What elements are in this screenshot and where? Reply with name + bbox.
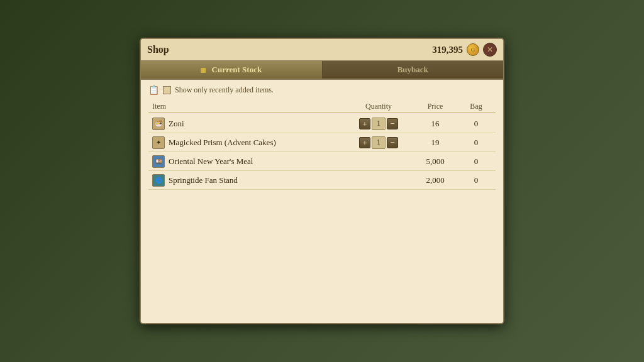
- currency-area: 319,395 G ✕: [432, 43, 497, 57]
- shop-window: Shop 319,395 G ✕ Current Stock Buyback 📋…: [140, 38, 504, 324]
- price-oriental-meal: 5,000: [410, 156, 460, 167]
- item-name-magicked-prism: Magicked Prism (Advent Cakes): [169, 138, 276, 148]
- filter-icon: 📋: [148, 85, 159, 96]
- item-icon-oriental-meal: 🍱: [152, 155, 165, 168]
- filter-label: Show only recently added items.: [175, 85, 274, 95]
- tabs-bar: Current Stock Buyback: [141, 61, 503, 80]
- filter-row: 📋 Show only recently added items.: [148, 85, 496, 96]
- item-icon-springtide-stand: 🌀: [152, 174, 165, 187]
- table-row[interactable]: 🍱 Oriental New Year's Meal 5,000 0: [148, 152, 496, 171]
- header-bag: Bag: [460, 102, 492, 111]
- coin-icon: G: [467, 43, 479, 56]
- bag-oriental-meal: 0: [460, 156, 492, 167]
- qty-plus-zoni[interactable]: +: [359, 118, 370, 129]
- item-springtide-stand: 🌀 Springtide Fan Stand: [152, 174, 347, 187]
- qty-cell-zoni: + 1 −: [347, 118, 410, 130]
- recently-added-checkbox[interactable]: [163, 86, 171, 94]
- qty-value-zoni: 1: [372, 118, 386, 130]
- item-name-oriental-meal: Oriental New Year's Meal: [169, 156, 253, 167]
- tab-current-stock[interactable]: Current Stock: [141, 61, 323, 79]
- qty-minus-zoni[interactable]: −: [387, 118, 398, 129]
- bag-magicked-prism: 0: [460, 138, 492, 148]
- shop-body: 📋 Show only recently added items. Item Q…: [141, 80, 503, 323]
- item-icon-magicked-prism: ✦: [152, 136, 165, 149]
- table-row[interactable]: 🍜 Zoni + 1 − 16 0: [148, 114, 496, 133]
- title-bar: Shop 319,395 G ✕: [141, 39, 503, 61]
- bag-springtide-stand: 0: [460, 175, 492, 185]
- shop-title: Shop: [147, 44, 169, 55]
- qty-cell-magicked-prism: + 1 −: [347, 136, 410, 149]
- price-springtide-stand: 2,000: [410, 175, 460, 185]
- header-quantity: Quantity: [347, 102, 410, 111]
- table-header: Item Quantity Price Bag: [148, 101, 496, 113]
- item-name-springtide-stand: Springtide Fan Stand: [169, 175, 238, 185]
- table-row[interactable]: 🌀 Springtide Fan Stand 2,000 0: [148, 171, 496, 190]
- item-icon-zoni: 🍜: [152, 118, 165, 130]
- qty-minus-magicked-prism[interactable]: −: [387, 137, 398, 148]
- header-price: Price: [410, 102, 460, 111]
- item-magicked-prism: ✦ Magicked Prism (Advent Cakes): [152, 136, 347, 149]
- currency-amount: 319,395: [432, 45, 463, 55]
- header-item: Item: [152, 102, 347, 111]
- price-magicked-prism: 19: [410, 138, 460, 148]
- bag-zoni: 0: [460, 119, 492, 129]
- price-zoni: 16: [410, 119, 460, 129]
- tab-buyback[interactable]: Buyback: [323, 61, 504, 79]
- qty-plus-magicked-prism[interactable]: +: [359, 137, 370, 148]
- table-row[interactable]: ✦ Magicked Prism (Advent Cakes) + 1 − 19…: [148, 133, 496, 152]
- close-button[interactable]: ✕: [483, 43, 497, 57]
- item-name-zoni: Zoni: [169, 119, 184, 129]
- qty-value-magicked-prism: 1: [372, 136, 386, 149]
- empty-area: [148, 190, 496, 315]
- item-zoni: 🍜 Zoni: [152, 118, 347, 130]
- item-oriental-meal: 🍱 Oriental New Year's Meal: [152, 155, 347, 168]
